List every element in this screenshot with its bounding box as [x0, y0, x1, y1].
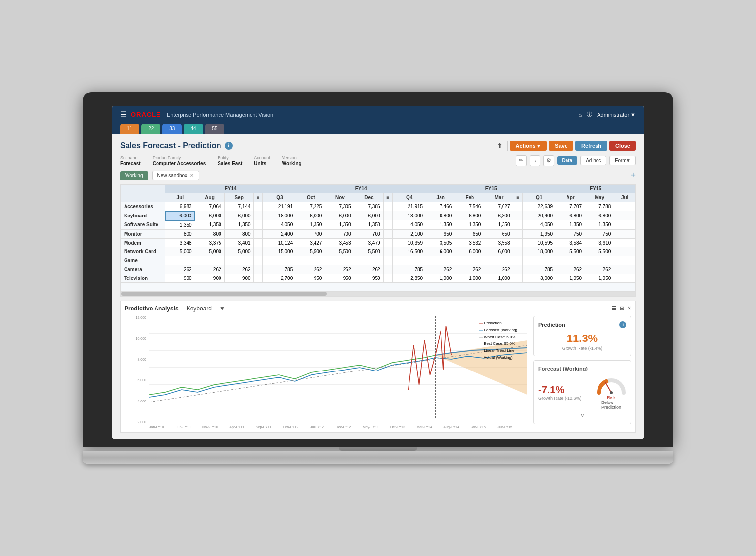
- cell[interactable]: 5,500: [585, 247, 614, 256]
- cell[interactable]: 3,000: [523, 274, 556, 282]
- cell[interactable]: 1,350: [296, 220, 325, 230]
- cell[interactable]: 785: [263, 265, 296, 274]
- cell[interactable]: 4,050: [523, 220, 556, 230]
- cell[interactable]: 700: [325, 229, 354, 238]
- cell[interactable]: 650: [455, 229, 484, 238]
- cell[interactable]: 6,800: [426, 211, 455, 220]
- cell[interactable]: 5,500: [354, 247, 383, 256]
- cell[interactable]: 950: [296, 274, 325, 282]
- cell[interactable]: 7,788: [585, 202, 614, 211]
- cell[interactable]: 5,000: [165, 247, 195, 256]
- cell[interactable]: 650: [484, 229, 513, 238]
- home-icon[interactable]: ⌂: [579, 112, 582, 118]
- save-button[interactable]: Save: [549, 141, 573, 151]
- cell[interactable]: 10,595: [523, 238, 556, 247]
- cell[interactable]: 4,050: [263, 220, 296, 230]
- col-mar-icon[interactable]: ≡: [513, 193, 523, 202]
- cell[interactable]: 262: [165, 265, 195, 274]
- cell[interactable]: 900: [195, 274, 224, 282]
- data-button[interactable]: Data: [557, 156, 578, 165]
- col-jul2[interactable]: Jul: [614, 193, 635, 202]
- cell[interactable]: 950: [354, 274, 383, 282]
- cell[interactable]: 262: [455, 265, 484, 274]
- cell[interactable]: 3,427: [296, 238, 325, 247]
- cell[interactable]: 6,983: [165, 202, 195, 211]
- cell[interactable]: 262: [224, 265, 253, 274]
- cell[interactable]: 10,359: [393, 238, 426, 247]
- prediction-info-icon[interactable]: ℹ: [619, 321, 626, 328]
- col-sep-icon[interactable]: ≡: [253, 193, 263, 202]
- col-jan[interactable]: Jan: [426, 193, 455, 202]
- refresh-button[interactable]: Refresh: [575, 141, 607, 151]
- cell[interactable]: 800: [224, 229, 253, 238]
- version-value[interactable]: Working: [282, 161, 302, 166]
- cell[interactable]: 1,350: [484, 220, 513, 230]
- cell[interactable]: 262: [585, 265, 614, 274]
- col-mar[interactable]: Mar: [484, 193, 513, 202]
- page-info-icon[interactable]: ℹ: [225, 142, 233, 150]
- edit-icon[interactable]: ✏: [516, 155, 527, 166]
- cell[interactable]: 6,000: [354, 211, 383, 220]
- cell[interactable]: 1,050: [556, 274, 585, 282]
- nav-tab-3[interactable]: 33: [162, 124, 182, 134]
- col-q3[interactable]: Q3: [263, 193, 296, 202]
- cell[interactable]: 7,305: [325, 202, 354, 211]
- sandbox-tab[interactable]: New sandbox ✕: [152, 171, 200, 180]
- cell[interactable]: 18,000: [523, 247, 556, 256]
- cell[interactable]: 15,000: [263, 247, 296, 256]
- nav-tab-4[interactable]: 44: [184, 124, 203, 134]
- cell[interactable]: 21,191: [263, 202, 296, 211]
- cell[interactable]: 21,915: [393, 202, 426, 211]
- account-value[interactable]: Units: [254, 161, 270, 166]
- cell[interactable]: 3,348: [165, 238, 195, 247]
- format-button[interactable]: Format: [609, 156, 636, 165]
- cell[interactable]: 6,000: [455, 247, 484, 256]
- scrollbar-row[interactable]: [121, 291, 635, 296]
- cell[interactable]: 6,000: [296, 211, 325, 220]
- col-aug[interactable]: Aug: [195, 193, 224, 202]
- info-icon[interactable]: ⓘ: [587, 111, 592, 118]
- col-dec[interactable]: Dec: [354, 193, 383, 202]
- cell[interactable]: 1,950: [523, 229, 556, 238]
- cell[interactable]: 6,000: [195, 211, 224, 220]
- actions-button[interactable]: Actions: [510, 141, 547, 151]
- cell[interactable]: 262: [195, 265, 224, 274]
- dropdown-icon[interactable]: ▼: [220, 305, 225, 312]
- cell[interactable]: 18,000: [263, 211, 296, 220]
- cell[interactable]: 7,386: [354, 202, 383, 211]
- cell[interactable]: 262: [325, 265, 354, 274]
- cell[interactable]: 4,050: [393, 220, 426, 230]
- cell[interactable]: 262: [556, 265, 585, 274]
- cell[interactable]: 950: [325, 274, 354, 282]
- list-icon[interactable]: ☰: [612, 305, 617, 311]
- cell[interactable]: 262: [484, 265, 513, 274]
- cell[interactable]: 262: [426, 265, 455, 274]
- col-q1[interactable]: Q1: [523, 193, 556, 202]
- cell-selected[interactable]: 6,000: [165, 211, 195, 220]
- cell[interactable]: 900: [165, 274, 195, 282]
- cell[interactable]: 3,584: [556, 238, 585, 247]
- scenario-value[interactable]: Forecast: [120, 161, 141, 166]
- cell[interactable]: 7,144: [224, 202, 253, 211]
- entity-value[interactable]: Sales East: [218, 161, 242, 166]
- nav-tab-5[interactable]: 55: [205, 124, 224, 134]
- cell[interactable]: 5,000: [224, 247, 253, 256]
- cell[interactable]: 1,350: [426, 220, 455, 230]
- cell[interactable]: 1,000: [484, 274, 513, 282]
- cell[interactable]: 7,627: [484, 202, 513, 211]
- cell[interactable]: 1,350: [195, 220, 224, 230]
- cell[interactable]: 6,000: [224, 211, 253, 220]
- cell[interactable]: 650: [426, 229, 455, 238]
- cell[interactable]: 10,124: [263, 238, 296, 247]
- cell[interactable]: 6,800: [585, 211, 614, 220]
- cell[interactable]: 750: [585, 229, 614, 238]
- cell[interactable]: 262: [354, 265, 383, 274]
- nav-tab-1[interactable]: 11: [120, 124, 139, 134]
- cell[interactable]: 785: [393, 265, 426, 274]
- cell[interactable]: 3,375: [195, 238, 224, 247]
- nav-tab-2[interactable]: 22: [141, 124, 160, 134]
- cell[interactable]: 1,350: [354, 220, 383, 230]
- scrollbar[interactable]: [121, 291, 635, 296]
- cell[interactable]: 16,500: [393, 247, 426, 256]
- cell[interactable]: 1,350: [224, 220, 253, 230]
